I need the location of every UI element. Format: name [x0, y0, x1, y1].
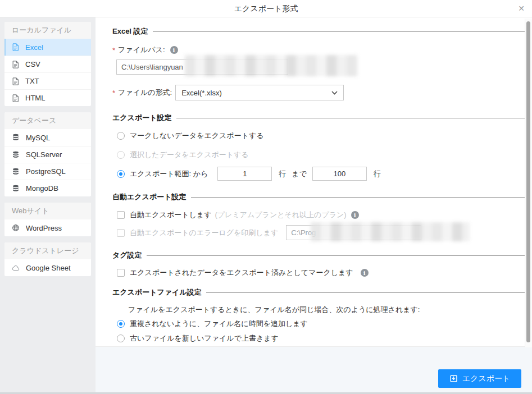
sidebar-item-postgresql[interactable]: PostgreSQL — [4, 163, 91, 180]
radio-unchecked[interactable] — [117, 132, 125, 140]
sidebar-item-sqlserver[interactable]: SQLServer — [4, 146, 91, 163]
sidebar-item-mysql[interactable]: MySQL — [4, 129, 91, 146]
file-format-select[interactable]: Excel(*.xlsx) — [175, 85, 344, 100]
section-tag-settings: タグ設定 — [112, 250, 525, 260]
export-button-label: エクスポート — [462, 374, 511, 384]
sidebar-group-header: ローカルファイル — [4, 22, 91, 39]
option-auto-export[interactable]: 自動エクスポートします (プレミアムプランとそれ以上のプラン) i — [117, 209, 525, 221]
option-label: エクスポート範囲: から — [130, 169, 208, 179]
radio-checked[interactable] — [117, 170, 125, 178]
export-target-sidebar: ローカルファイル Excel CSV TXT HTML データベース — [0, 17, 96, 392]
dialog-titlebar: エクスポート形式 ✕ — [0, 0, 532, 17]
option-overwrite-old-file[interactable]: 古いファイルを新しいファイルで上書きます — [117, 333, 525, 343]
sidebar-item-label: PostgreSQL — [26, 167, 66, 176]
file-format-row: * ファイルの形式: Excel(*.xlsx) — [112, 85, 525, 100]
sidebar-item-label: HTML — [25, 94, 45, 102]
sidebar-item-label: WordPress — [26, 224, 62, 232]
sidebar-item-mongodb[interactable]: MongoDB — [4, 180, 91, 196]
error-log-path-input[interactable] — [286, 225, 421, 240]
option-label: 古いファイルを新しいファイルで上書きます — [130, 333, 279, 343]
section-title: タグ設定 — [112, 250, 142, 260]
section-title: 自動エクスポート設定 — [112, 192, 187, 202]
option-export-selected[interactable]: 選択したデータをエクスポートする — [117, 149, 525, 161]
sidebar-item-txt[interactable]: TXT — [4, 72, 91, 89]
file-icon — [12, 77, 19, 85]
sidebar-item-html[interactable]: HTML — [4, 89, 91, 106]
radio-unchecked[interactable] — [117, 335, 125, 342]
sidebar-item-label: CSV — [25, 60, 40, 68]
sidebar-item-csv[interactable]: CSV — [4, 56, 91, 72]
required-asterisk: * — [112, 89, 115, 97]
option-export-unmarked[interactable]: マークしないデータをエクスポートする — [117, 130, 525, 142]
section-export-file-settings: エクスポートファイル設定 — [112, 287, 525, 297]
section-divider — [147, 255, 525, 256]
export-button[interactable]: エクスポート — [438, 369, 521, 388]
sidebar-item-label: MySQL — [26, 134, 50, 142]
globe-icon — [12, 224, 20, 232]
database-icon — [12, 185, 20, 193]
radio-checked[interactable] — [117, 320, 125, 328]
range-to-label: まで — [292, 169, 307, 179]
database-icon — [12, 134, 20, 141]
section-divider — [153, 31, 525, 32]
section-title: エクスポートファイル設定 — [112, 287, 202, 297]
cloud-icon — [12, 265, 20, 271]
sidebar-group-local-files: ローカルファイル Excel CSV TXT HTML — [4, 22, 91, 106]
sidebar-item-label: Excel — [25, 43, 43, 52]
sidebar-group-cloud-storage: クラウドストレージ Google Sheet — [4, 242, 91, 276]
sidebar-group-database: データベース MySQL SQLServer PostgreSQL MongoD… — [4, 112, 91, 196]
range-from-input[interactable] — [217, 167, 272, 181]
file-path-label-row: * ファイルパス: i — [112, 45, 525, 55]
option-label: 選択したデータをエクスポートする — [130, 150, 249, 160]
range-to-input[interactable] — [312, 167, 367, 181]
database-icon — [12, 168, 20, 176]
info-icon[interactable]: i — [351, 211, 359, 219]
section-divider — [206, 292, 525, 293]
sidebar-item-label: MongoDB — [26, 184, 58, 193]
file-path-input[interactable] — [116, 59, 288, 75]
scrollbar-thumb[interactable] — [526, 21, 530, 342]
sidebar-group-header: データベース — [4, 112, 91, 129]
sidebar-item-label: Google Sheet — [26, 264, 71, 272]
file-path-field — [116, 59, 288, 75]
file-icon — [12, 43, 19, 51]
option-auto-export-error-log[interactable]: 自動エクスポートのエラーログを印刷します — [117, 225, 525, 240]
dialog-footer: エクスポート — [96, 346, 532, 392]
plan-note: (プレミアムプランとそれ以上のプラン) — [215, 210, 346, 220]
sidebar-item-label: TXT — [25, 77, 39, 85]
section-title: エクスポート設定 — [112, 113, 172, 123]
sidebar-item-excel[interactable]: Excel — [4, 39, 91, 56]
section-divider — [191, 197, 525, 198]
option-add-timestamp[interactable]: 重複されないように、ファイル名に時間を追加します — [117, 319, 525, 329]
file-format-label: ファイルの形式: — [118, 88, 172, 98]
radio-unchecked[interactable] — [117, 151, 125, 159]
settings-scroll-area: Excel 設定 * ファイルパス: i * ファイルの形式: Excel(*.… — [96, 17, 532, 346]
section-auto-export-settings: 自動エクスポート設定 — [112, 192, 525, 202]
option-export-range[interactable]: エクスポート範囲: から 行 まで 行 — [117, 167, 525, 181]
chevron-down-icon — [331, 91, 338, 95]
checkbox-unchecked[interactable] — [117, 229, 125, 237]
info-icon[interactable]: i — [361, 269, 369, 277]
file-icon — [12, 94, 19, 102]
sidebar-item-google-sheet[interactable]: Google Sheet — [4, 259, 91, 276]
close-icon[interactable]: ✕ — [518, 0, 525, 17]
rows-unit-label: 行 — [374, 169, 381, 179]
section-title: Excel 設定 — [112, 26, 148, 36]
option-label: 重複されないように、ファイル名に時間を追加します — [130, 319, 308, 329]
database-icon — [12, 151, 20, 159]
rows-unit-label: 行 — [279, 169, 286, 179]
checkbox-unchecked[interactable] — [117, 269, 125, 277]
required-asterisk: * — [112, 46, 115, 54]
option-label: 自動エクスポートします — [130, 210, 211, 220]
option-label: エクスポートされたデータをエクスポート済みとしてマークします — [130, 268, 353, 278]
section-export-settings: エクスポート設定 — [112, 113, 525, 123]
export-icon — [449, 374, 458, 383]
sidebar-item-wordpress[interactable]: WordPress — [4, 219, 91, 236]
checkbox-unchecked[interactable] — [117, 211, 125, 219]
section-excel-settings: Excel 設定 — [112, 26, 525, 36]
scrollbar-track[interactable] — [525, 19, 532, 347]
error-log-path-field — [286, 225, 421, 240]
option-label: マークしないデータをエクスポートする — [130, 131, 264, 141]
info-icon[interactable]: i — [170, 46, 178, 54]
option-mark-exported[interactable]: エクスポートされたデータをエクスポート済みとしてマークします i — [117, 267, 525, 278]
